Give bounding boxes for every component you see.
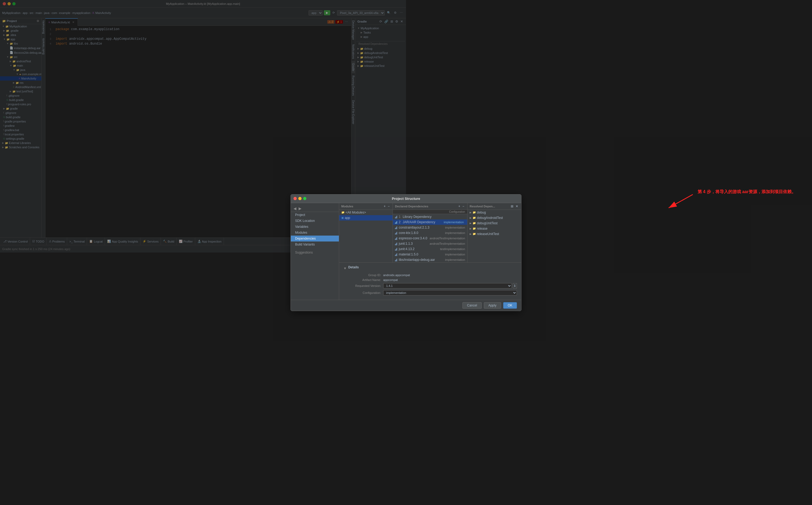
nav-arrows: ◀ ▶ [291, 205, 339, 212]
declared-deps-label: Declared Dependencies [395, 205, 406, 208]
nav-sdk-location[interactable]: SDK Location [291, 218, 339, 224]
bar-chart-icon [395, 215, 397, 218]
nav-variables[interactable]: Variables [291, 224, 339, 230]
modules-list: 📁 <All Modules> ▣ app [339, 210, 393, 253]
dep-junit4[interactable]: junit:4.13.2 testImplementation [393, 246, 406, 252]
declared-deps-panel: Declared Dependencies + − Configuration [393, 203, 406, 253]
nav-back-btn[interactable]: ◀ [293, 206, 297, 211]
dep-corektx[interactable]: core-ktx:1.8.0 implementation [393, 230, 406, 235]
dialog-content: Modules + − 📁 <All Modules> [339, 203, 406, 253]
dialog-nav: ◀ ▶ Project SDK Location Variables Modul… [291, 203, 339, 253]
dialog-body: ◀ ▶ Project SDK Location Variables Modul… [291, 203, 406, 253]
nav-forward-btn[interactable]: ▶ [298, 206, 302, 211]
nav-dependencies[interactable]: Dependencies [291, 235, 339, 241]
dialog-close-btn[interactable] [293, 197, 297, 200]
dialog-title: Project Structure [392, 197, 406, 201]
module-all[interactable]: 📁 <All Modules> [339, 210, 393, 215]
dialog-min-btn[interactable] [298, 197, 301, 200]
project-structure-overlay: Project Structure ◀ ▶ Project SDK Locati… [0, 0, 406, 252]
deps-panel-header: Declared Dependencies + − [393, 203, 406, 210]
modules-add-btn[interactable]: + [383, 204, 386, 208]
dep-library[interactable]: 1 Library Dependency [393, 214, 406, 219]
project-structure-dialog: Project Structure ◀ ▶ Project SDK Locati… [290, 194, 406, 253]
deps-column-header: Configuration [393, 210, 406, 214]
module-app[interactable]: ▣ app [339, 215, 393, 220]
modules-header-label: Modules [341, 205, 353, 208]
dialog-max-btn[interactable] [303, 197, 307, 200]
deps-list: 1 Library Dependency 2 JAR/AAR Dependenc… [393, 214, 406, 253]
modules-panel: Modules + − 📁 <All Modules> [339, 203, 393, 253]
dialog-main: ◀ ▶ Project SDK Location Variables Modul… [291, 203, 406, 253]
dialog-controls[interactable] [293, 197, 307, 200]
nav-suggestions[interactable]: Suggestions [291, 249, 339, 253]
dep-constraintlayout[interactable]: constraintlayout:2.1.3 implementation [393, 225, 406, 230]
dep-jaraar[interactable]: 2 JAR/AAR Dependency implementation [393, 219, 406, 225]
modules-remove-btn[interactable]: − [387, 204, 390, 208]
dep-material[interactable]: material:1.5.0 implementation [393, 252, 406, 253]
dialog-title-bar: Project Structure [291, 194, 406, 203]
nav-build-variants[interactable]: Build Variants [291, 241, 339, 247]
panels-row: Modules + − 📁 <All Modules> [339, 203, 406, 253]
modules-panel-header: Modules + − [339, 203, 393, 210]
dep-espresso[interactable]: espresso-core:3.4.0 androidTestImplement… [393, 235, 406, 241]
nav-modules[interactable]: Modules [291, 230, 339, 235]
dep-junit113[interactable]: junit:1.1.3 androidTestImplementation [393, 241, 406, 246]
bar-chart-icon-2 [395, 220, 397, 224]
nav-project[interactable]: Project [291, 212, 339, 218]
modules-header-buttons: + − [383, 204, 390, 208]
